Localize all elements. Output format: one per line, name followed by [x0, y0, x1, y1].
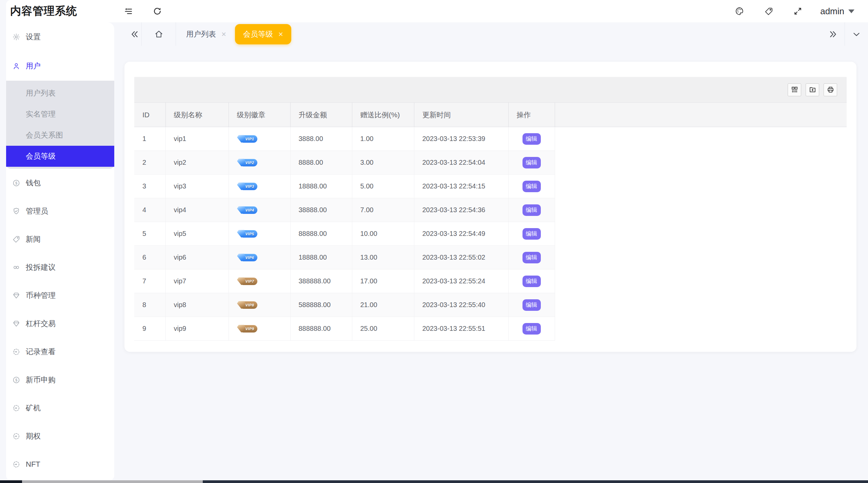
fullscreen-button[interactable]: [791, 4, 805, 18]
cell-level-name: vip6: [165, 246, 229, 269]
refresh-button[interactable]: [151, 4, 164, 18]
gem-icon: [237, 253, 246, 262]
sidebar-item-options[interactable]: 期权: [6, 422, 114, 450]
cell-level-name: vip1: [165, 127, 229, 151]
cell-update-time: 2023-03-13 22:55:24: [414, 269, 508, 293]
edit-button[interactable]: 编辑: [522, 204, 541, 216]
cell-update-time: 2023-03-13 22:54:15: [414, 175, 508, 198]
export-icon: [809, 86, 816, 93]
cell-level-badge: VIP3: [229, 175, 290, 198]
scrollbar-thumb[interactable]: [22, 480, 203, 483]
user-name: admin: [820, 6, 844, 17]
columns-button[interactable]: [788, 83, 801, 96]
sidebar-subitem-member-level[interactable]: 会员等级: [6, 146, 114, 167]
cell-level-name: vip9: [165, 317, 229, 341]
tabs-scroll-right-button[interactable]: [826, 27, 840, 41]
cell-id: 7: [134, 269, 165, 293]
cell-filler: [555, 293, 847, 317]
cell-gift-ratio: 10.00: [352, 222, 414, 246]
tag-icon: [764, 7, 773, 16]
collapse-sidebar-button[interactable]: [121, 4, 135, 18]
gem-icon: [12, 291, 20, 300]
cell-actions: 编辑: [508, 222, 555, 246]
chevron-down-icon: [852, 30, 861, 39]
gem-icon: [237, 134, 246, 143]
table-row: 8 vip8 VIP8 588888.00 21.00 2023-03-13 2…: [134, 293, 847, 317]
vip-badge: VIP8: [240, 301, 258, 309]
app-header: 内容管理系统: [6, 0, 868, 22]
link-rings-icon: [12, 263, 20, 271]
edit-button[interactable]: 编辑: [522, 228, 541, 240]
cell-upgrade-amount: 388888.00: [290, 269, 352, 293]
sidebar-item-label: 管理员: [26, 206, 48, 216]
cell-filler: [555, 127, 847, 151]
cell-id: 5: [134, 222, 165, 246]
cell-id: 3: [134, 175, 165, 198]
sidebar-item-label: 钱包: [26, 178, 41, 188]
theme-button[interactable]: [733, 4, 746, 18]
cell-id: 1: [134, 127, 165, 151]
print-button[interactable]: [824, 83, 837, 96]
sidebar-item-label: 币种管理: [26, 290, 56, 301]
close-icon[interactable]: ×: [221, 30, 226, 38]
tag-icon: [12, 235, 20, 243]
cell-update-time: 2023-03-13 22:55:02: [414, 246, 508, 269]
cell-id: 8: [134, 293, 165, 317]
sidebar-item-wallet[interactable]: $ 钱包: [6, 169, 114, 197]
sidebar-item-new-coin-subscribe[interactable]: $ 新币申购: [6, 366, 114, 394]
sidebar-item-user[interactable]: 用户: [6, 52, 114, 81]
sidebar-item-nft[interactable]: NFT: [6, 450, 114, 478]
sidebar-subitem-realname[interactable]: 实名管理: [6, 104, 114, 125]
sidebar-item-miner[interactable]: 矿机: [6, 394, 114, 422]
sidebar-item-news[interactable]: 新闻: [6, 225, 114, 253]
tabs-scroll-left-button[interactable]: [128, 27, 141, 41]
cell-update-time: 2023-03-13 22:53:39: [414, 127, 508, 151]
sidebar-item-feedback[interactable]: 投拆建议: [6, 253, 114, 281]
sidebar-item-settings[interactable]: 设置: [6, 22, 114, 52]
sidebar-item-coin-management[interactable]: 币种管理: [6, 281, 114, 309]
col-id: ID: [134, 103, 165, 127]
double-chevron-right-icon: [829, 30, 837, 39]
cell-upgrade-amount: 8888.00: [290, 151, 352, 175]
export-button[interactable]: [806, 83, 819, 96]
tab-bar: 用户列表 × 会员等级 ×: [114, 22, 868, 46]
edit-button[interactable]: 编辑: [522, 133, 541, 145]
cell-level-badge: VIP9: [229, 317, 290, 341]
col-level-name: 级别名称: [165, 103, 229, 127]
sidebar-item-leverage-trade[interactable]: 杠杆交易: [6, 309, 114, 338]
cell-filler: [555, 246, 847, 269]
cell-gift-ratio: 21.00: [352, 293, 414, 317]
edit-button[interactable]: 编辑: [522, 299, 541, 311]
cell-level-badge: VIP6: [229, 246, 290, 269]
gem-icon: [237, 229, 246, 238]
content-card: ID 级别名称 级别徽章 升级金额 赠送比例(%) 更新时间 操作 1 vip1…: [124, 62, 856, 352]
dashed-circle-icon: [12, 348, 20, 356]
tab-member-level[interactable]: 会员等级 ×: [235, 24, 291, 44]
gem-icon: [237, 324, 246, 333]
vip-badge: VIP2: [240, 159, 258, 166]
tab-label: 会员等级: [243, 29, 273, 39]
cell-level-name: vip4: [165, 198, 229, 222]
user-menu[interactable]: admin: [820, 6, 854, 17]
scrollbar-corner: [0, 480, 22, 483]
gem-icon: [237, 182, 246, 190]
cell-filler: [555, 151, 847, 175]
close-icon[interactable]: ×: [278, 30, 283, 38]
sidebar-item-admin[interactable]: 管理员: [6, 197, 114, 225]
col-filler: [555, 103, 847, 127]
gem-icon: [237, 205, 246, 214]
tabs-menu-button[interactable]: [850, 27, 863, 41]
sidebar-subitem-relation-graph[interactable]: 会员关系图: [6, 125, 114, 146]
sidebar: 设置 用户 用户列表 实名管理 会员关系图 会员等级 $: [6, 22, 114, 480]
edit-button[interactable]: 编辑: [522, 276, 541, 287]
tags-button[interactable]: [762, 4, 775, 18]
edit-button[interactable]: 编辑: [522, 323, 541, 335]
cell-gift-ratio: 7.00: [352, 198, 414, 222]
tab-user-list[interactable]: 用户列表 ×: [179, 22, 234, 46]
sidebar-item-records[interactable]: 记录查看: [6, 338, 114, 366]
edit-button[interactable]: 编辑: [522, 157, 541, 168]
edit-button[interactable]: 编辑: [522, 181, 541, 192]
sidebar-subitem-user-list[interactable]: 用户列表: [6, 83, 114, 104]
home-tab-button[interactable]: [152, 27, 165, 41]
edit-button[interactable]: 编辑: [522, 252, 541, 263]
